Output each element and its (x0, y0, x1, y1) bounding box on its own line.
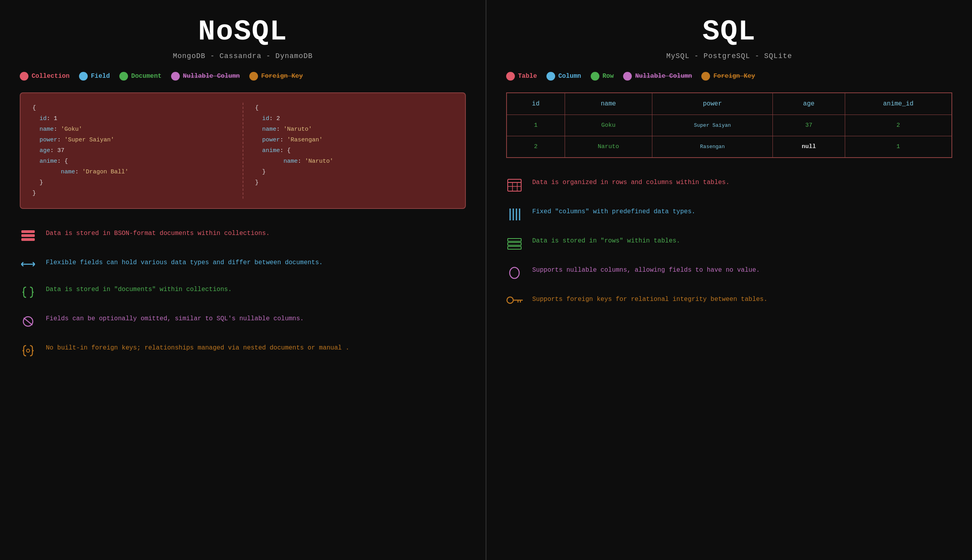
legend-field: Field (79, 72, 110, 81)
table-row: 2 Naruto Rasengan null 1 (507, 136, 952, 158)
nosql-feature-2-text: Flexible fields can hold various data ty… (46, 258, 323, 267)
nosql-feature-1-text: Data is stored in BSON-format documents … (46, 229, 270, 238)
row1-name: Goku (565, 115, 652, 136)
legend-fk-label: Foreign Key (261, 73, 303, 80)
row1-id: 1 (507, 115, 565, 136)
legend-column-label: Column (558, 73, 581, 80)
svg-rect-18 (508, 246, 521, 249)
legend-fk-nosql: Foreign Key (249, 72, 303, 81)
sql-panel: SQL MySQL - PostgreSQL - SQLite Table Co… (486, 0, 972, 560)
nosql-feature-5: No built-in foreign keys; relationships … (20, 343, 466, 361)
fk-dot (249, 72, 258, 81)
legend-collection: Collection (20, 72, 70, 81)
nosql-feature-3: Data is stored in "documents" within col… (20, 285, 466, 302)
row2-anime-id: 1 (845, 136, 952, 158)
legend-column: Column (546, 72, 581, 81)
nosql-panel: NoSQL MongoDB - Cassandra - DynamoDB Col… (0, 0, 486, 560)
sql-feature-5: Supports foreign keys for relational int… (506, 295, 952, 308)
legend-collection-label: Collection (32, 73, 70, 80)
table-icon (506, 179, 523, 195)
arrows-icon (20, 259, 36, 273)
legend-table: Table (506, 72, 537, 81)
collection-dot (20, 72, 28, 81)
column-dot (546, 72, 555, 81)
sql-feature-3-text: Data is stored in "rows" within tables. (532, 236, 680, 246)
header-power: power (652, 93, 773, 115)
fk-sql-dot (701, 72, 710, 81)
nosql-legend: Collection Field Document Nullable Colum… (20, 72, 466, 81)
nullable-dot (171, 72, 180, 81)
row2-name: Naruto (565, 136, 652, 158)
nosql-subtitle: MongoDB - Cassandra - DynamoDB (20, 52, 466, 60)
sql-features: Data is organized in rows and columns wi… (506, 178, 952, 308)
nosql-doc2: { id: 2 name: 'Naruto' power: 'Rasengan'… (243, 103, 454, 199)
legend-nullable-nosql: Nullable Column (171, 72, 240, 81)
row2-power: Rasengan (652, 136, 773, 158)
row1-anime-id: 2 (845, 115, 952, 136)
row-dot (591, 72, 599, 81)
document-dot (119, 72, 128, 81)
sql-title: SQL (506, 16, 952, 48)
braces-icon (20, 286, 36, 302)
header-age: age (773, 93, 845, 115)
svg-rect-16 (508, 239, 521, 241)
svg-rect-0 (21, 230, 35, 233)
nosql-doc1: { id: 1 name: 'Goku' power: 'Super Saiya… (32, 103, 243, 199)
rows-icon (506, 237, 523, 254)
sql-feature-1-text: Data is organized in rows and columns wi… (532, 178, 729, 187)
nosql-feature-2: Flexible fields can hold various data ty… (20, 258, 466, 273)
nosql-code-block: { id: 1 name: 'Goku' power: 'Super Saiya… (20, 92, 466, 209)
header-name: name (565, 93, 652, 115)
svg-rect-2 (21, 238, 35, 241)
columns-icon (506, 208, 523, 224)
sql-feature-5-text: Supports foreign keys for relational int… (532, 295, 767, 304)
svg-rect-7 (508, 179, 521, 191)
legend-document: Document (119, 72, 162, 81)
svg-point-6 (26, 349, 30, 352)
legend-row-label: Row (603, 73, 614, 80)
circle-icon (506, 266, 523, 283)
legend-fk-sql-label: Foreign Key (713, 73, 755, 80)
nosql-feature-1: Data is stored in BSON-format documents … (20, 229, 466, 246)
key-icon (506, 295, 523, 308)
sql-feature-4: Supports nullable columns, allowing fiel… (506, 265, 952, 283)
sql-feature-1: Data is organized in rows and columns wi… (506, 178, 952, 195)
table-row: 1 Goku Super Saiyan 37 2 (507, 115, 952, 136)
row1-age: 37 (773, 115, 845, 136)
sql-data-table: id name power age anime_id 1 Goku Super … (506, 92, 952, 158)
svg-point-19 (510, 267, 519, 278)
sql-subtitle: MySQL - PostgreSQL - SQLite (506, 52, 952, 60)
nosql-feature-4-text: Fields can be optionally omitted, simila… (46, 314, 304, 323)
nosql-feature-3-text: Data is stored in "documents" within col… (46, 285, 232, 294)
nosql-features: Data is stored in BSON-format documents … (20, 229, 466, 361)
sql-feature-2: Fixed "columns" with predefined data typ… (506, 207, 952, 224)
legend-row: Row (591, 72, 614, 81)
sql-legend: Table Column Row Nullable Column Foreign… (506, 72, 952, 81)
header-id: id (507, 93, 565, 115)
row2-age: null (773, 136, 845, 158)
nosql-feature-4: Fields can be optionally omitted, simila… (20, 314, 466, 331)
sql-feature-3: Data is stored in "rows" within tables. (506, 236, 952, 254)
legend-table-label: Table (518, 73, 537, 80)
svg-rect-1 (21, 234, 35, 237)
nosql-title: NoSQL (20, 16, 466, 48)
row1-power: Super Saiyan (652, 115, 773, 136)
table-dot (506, 72, 515, 81)
stack-icon (20, 229, 36, 246)
legend-field-label: Field (91, 73, 110, 80)
svg-line-5 (24, 318, 32, 325)
svg-point-20 (507, 297, 513, 303)
legend-nullable-label: Nullable Column (183, 73, 240, 80)
row2-id: 2 (507, 136, 565, 158)
sql-feature-4-text: Supports nullable columns, allowing fiel… (532, 265, 760, 275)
legend-fk-sql: Foreign Key (701, 72, 755, 81)
fkbraces-icon (20, 344, 36, 361)
field-dot (79, 72, 88, 81)
nullable-sql-dot (623, 72, 632, 81)
legend-nullable-sql: Nullable Column (623, 72, 692, 81)
header-anime-id: anime_id (845, 93, 952, 115)
legend-nullable-sql-label: Nullable Column (635, 73, 692, 80)
nosql-feature-5-text: No built-in foreign keys; relationships … (46, 343, 349, 353)
table-header-row: id name power age anime_id (507, 93, 952, 115)
legend-document-label: Document (131, 73, 162, 80)
